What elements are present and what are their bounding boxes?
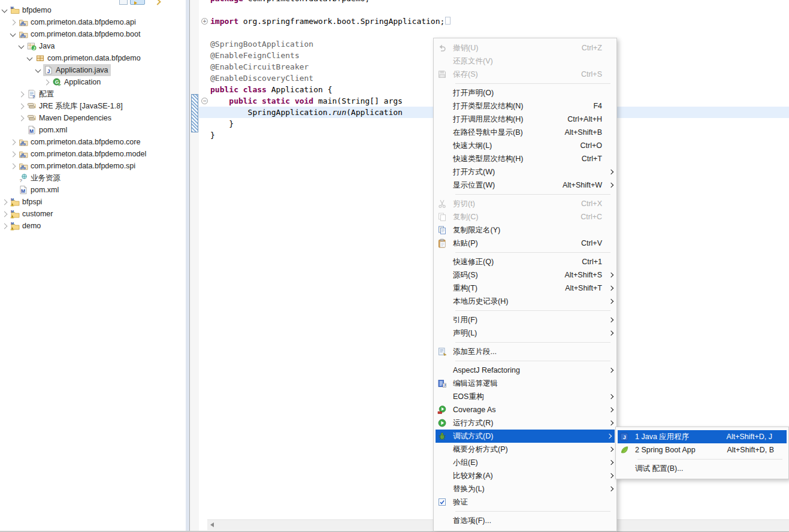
expand-arrow-icon[interactable] [2, 200, 8, 205]
tree-item-content[interactable]: Mdemo [10, 220, 43, 232]
menu-item-local-history[interactable]: 本地历史记录(H) [434, 295, 616, 308]
menu-item-coverage-as[interactable]: Coverage As [434, 403, 616, 416]
menu-item-edit-logic[interactable]: J编辑运算逻辑 [434, 377, 616, 390]
fold-expand-icon[interactable]: + [201, 18, 208, 25]
code-line[interactable]: import org.springframework.boot.SpringAp… [190, 16, 789, 27]
tree-item[interactable]: JApplication.java [0, 64, 186, 76]
expand-arrow-icon[interactable] [44, 80, 50, 86]
expand-arrow-icon[interactable] [10, 140, 16, 146]
collapse-arrow-icon[interactable] [27, 55, 33, 61]
code-line[interactable] [190, 27, 789, 38]
module-icon [19, 149, 28, 159]
tree-item-content[interactable]: com.primeton.data.bfpdemo.boot [18, 28, 143, 40]
tree-item-content[interactable]: Mbfpdemo [10, 4, 54, 16]
menu-item-eos-refactor[interactable]: EOS重构 [434, 390, 616, 403]
tree-item-content[interactable]: Mbfpspi [10, 196, 44, 208]
scroll-left-arrow-icon[interactable] [210, 522, 214, 527]
expand-arrow-icon[interactable] [10, 152, 16, 158]
expand-arrow-icon[interactable] [19, 104, 25, 110]
menu-item-show-in[interactable]: 显示位置(W)Alt+Shift+W [434, 179, 616, 192]
menu-item-aspectj-refactoring[interactable]: AspectJ Refactoring [434, 364, 616, 377]
tree-item-content[interactable]: JRE 系统库 [JavaSE-1.8] [26, 100, 125, 112]
menu-item-copy-qualified-name[interactable]: 复制限定名(Y) [434, 223, 616, 237]
fold-collapse-icon[interactable]: − [201, 98, 208, 104]
menu-item-show-in-breadcrumb[interactable]: 在路径导航中显示(B)Alt+Shift+B [434, 126, 616, 139]
tree-item[interactable]: Mbfpdemo [0, 4, 186, 16]
tree-item-content[interactable]: Mpom.xml [18, 184, 61, 196]
submenu-item-spring-boot-app[interactable]: 2 Spring Boot AppAlt+Shift+D, B [616, 443, 788, 457]
code-line[interactable]: package com.primeton.data.bfpdemo; [190, 0, 789, 4]
tree-item[interactable]: Mdemo [0, 220, 186, 232]
tree-item[interactable]: ?配置 [0, 88, 186, 100]
tree-item[interactable]: Mpom.xml [0, 124, 186, 136]
menu-item-quick-type-hierarchy[interactable]: 快速类型层次结构(H)Ctrl+T [434, 152, 616, 165]
tree-item-content[interactable]: com.primeton.data.bfpdemo [35, 52, 143, 64]
collapse-arrow-icon[interactable] [35, 67, 41, 73]
expand-arrow-icon[interactable] [10, 20, 16, 26]
menu-item-replace-with[interactable]: 替换为(L) [434, 482, 616, 495]
tree-item[interactable]: com.primeton.data.bfpdemo.model [0, 148, 186, 160]
menu-item-refactor[interactable]: 重构(T)Alt+Shift+T [434, 282, 616, 295]
tree-item[interactable]: Mpom.xml [0, 184, 186, 196]
menu-item-source[interactable]: 源码(S)Alt+Shift+S [434, 268, 616, 282]
tree-item-content[interactable]: JJava [26, 40, 57, 52]
tree-item-content[interactable]: com.primeton.data.bfpdemo.spi [18, 160, 138, 172]
tree-item-content[interactable]: JApplication.java [43, 64, 111, 76]
menu-item-compare-with[interactable]: 比较对象(A) [434, 469, 616, 482]
expand-arrow-icon[interactable] [19, 116, 25, 122]
tree-item[interactable]: ?业务资源 [0, 172, 186, 184]
collapse-arrow-icon[interactable] [10, 31, 16, 37]
tree-item[interactable]: com.primeton.data.bfpdemo.spi [0, 160, 186, 172]
submenu-arrow-icon [607, 170, 614, 174]
tree-item[interactable]: com.primeton.data.bfpdemo.core [0, 136, 186, 148]
tree-item-content[interactable]: Mcustomer [10, 208, 55, 220]
tree-item[interactable]: Mbfpspi [0, 196, 186, 208]
tree-item-content[interactable]: com.primeton.data.bfpdemo.core [18, 136, 143, 148]
collapse-arrow-icon[interactable] [19, 43, 25, 49]
tree-item-content[interactable]: ?配置 [26, 88, 56, 100]
menu-item-validate[interactable]: 验证 [434, 495, 616, 509]
menu-item-add-to-snippets[interactable]: 添加至片段... [434, 345, 616, 358]
tree-item[interactable]: JRE 系统库 [JavaSE-1.8] [0, 100, 186, 112]
panel-divider[interactable] [186, 0, 190, 531]
tree-item[interactable]: com.primeton.data.bfpdemo.boot [0, 28, 186, 40]
menu-item-open-type-hierarchy[interactable]: 打开类型层次结构(N)F4 [434, 99, 616, 113]
tree-item-content[interactable]: GApplication [52, 76, 103, 88]
expand-arrow-icon[interactable] [10, 164, 16, 170]
menu-item-declarations[interactable]: 声明(L) [434, 327, 616, 340]
submenu-arrow-icon [607, 448, 614, 451]
menu-item-quick-outline[interactable]: 快速大纲(L)Ctrl+O [434, 139, 616, 152]
menu-item-quick-fix[interactable]: 快速修正(Q)Ctrl+1 [434, 255, 616, 268]
menu-item-debug-as[interactable]: 调试方式(D) [436, 430, 615, 443]
tree-item[interactable]: JJava [0, 40, 186, 52]
tree-item[interactable]: GApplication [0, 76, 186, 88]
tree-item-content[interactable]: Maven Dependencies [26, 112, 114, 124]
menu-item-paste[interactable]: 粘贴(P)Ctrl+V [434, 237, 616, 250]
menu-item-run-as[interactable]: 运行方式(R) [434, 416, 616, 430]
menu-icon-spacer [437, 270, 453, 280]
menu-item-open-call-hierarchy[interactable]: 打开调用层次结构(H)Ctrl+Alt+H [434, 113, 616, 126]
menu-item-label: 粘贴(P) [453, 238, 581, 249]
tree-item-content[interactable]: ?业务资源 [18, 172, 63, 184]
tree-item-content[interactable]: com.primeton.data.bfpdemo.model [18, 148, 149, 160]
menu-item-profile-as[interactable]: 概要分析方式(P) [434, 443, 616, 456]
menu-item-open-declaration[interactable]: 打开声明(O) [434, 86, 616, 99]
submenu-item-debug-configurations[interactable]: 调试 配置(B)... [616, 462, 788, 475]
submenu-item-java-application[interactable]: J1 Java 应用程序Alt+Shift+D, J [618, 430, 787, 443]
menu-item-references[interactable]: 引用(F) [434, 313, 616, 327]
tree-item-content[interactable]: Mpom.xml [26, 124, 69, 136]
expand-arrow-icon[interactable] [19, 92, 25, 98]
expand-arrow-icon[interactable] [2, 223, 8, 229]
menu-item-team[interactable]: 小组(E) [434, 456, 616, 469]
menu-item-open-with[interactable]: 打开方式(W) [434, 165, 616, 179]
menu-item-preferences[interactable]: 首选项(F)... [434, 514, 616, 527]
collapse-arrow-icon[interactable] [2, 7, 8, 13]
tree-item-content[interactable]: com.primeton.data.bfpdemo.api [18, 16, 138, 28]
menu-item-label: 重构(T) [453, 283, 565, 294]
expand-arrow-icon[interactable] [2, 211, 8, 217]
tree-item[interactable]: com.primeton.data.bfpdemo.api [0, 16, 186, 28]
tree-item[interactable]: Maven Dependencies [0, 112, 186, 124]
tree-item[interactable]: Mcustomer [0, 208, 186, 220]
code-line[interactable] [190, 4, 789, 16]
tree-item[interactable]: com.primeton.data.bfpdemo [0, 52, 186, 64]
